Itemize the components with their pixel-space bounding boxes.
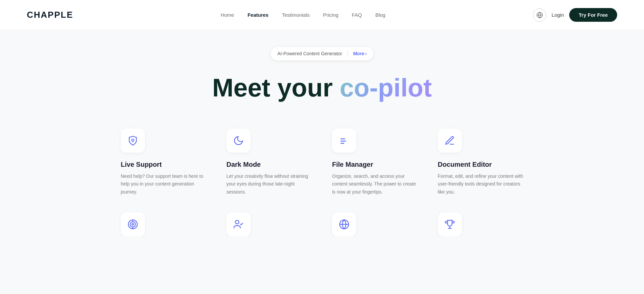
feature-icon-wrap-dark (226, 129, 251, 153)
badge-row: AI-Powered Content Generator More › (114, 47, 530, 60)
nav-testimonials[interactable]: Testimonials (282, 12, 310, 18)
badge-more-link[interactable]: More › (353, 51, 367, 56)
nav-pricing[interactable]: Pricing (323, 12, 338, 18)
feature-desc-file: Organize, search, and access your conten… (332, 172, 418, 196)
navbar: CHAPPLE Home Features Testimonials Prici… (0, 0, 644, 30)
svg-point-7 (128, 220, 138, 229)
target-icon (127, 219, 138, 230)
feature-dark-mode: Dark Mode Let your creativity flow witho… (226, 129, 312, 196)
feature-icon-wrap-doc (438, 129, 462, 153)
feature-title-dark: Dark Mode (226, 161, 312, 168)
feature-title-doc: Document Editor (438, 161, 523, 168)
nav-links: Home Features Testimonials Pricing FAQ B… (221, 12, 385, 18)
user-check-icon (233, 219, 244, 230)
bottom-icons-row (114, 212, 530, 236)
feature-desc-support: Need help? Our support team is here to h… (121, 172, 206, 196)
feature-icon-wrap-usercheck (226, 212, 251, 236)
feature-title-file: File Manager (332, 161, 418, 168)
feature-desc-dark: Let your creativity flow without straini… (226, 172, 312, 196)
hero-section: Meet your co-pilot (114, 74, 530, 102)
svg-point-9 (132, 223, 133, 225)
language-button[interactable] (533, 8, 546, 22)
login-button[interactable]: Login (552, 12, 564, 18)
trophy-icon (444, 219, 455, 230)
feature-icon-wrap-target (121, 212, 145, 236)
feature-file-manager: File Manager Organize, search, and acces… (332, 129, 418, 196)
feature-icon-wrap-trophy (438, 212, 462, 236)
globe2-icon (339, 219, 350, 230)
moon-icon (233, 135, 244, 146)
svg-point-12 (235, 220, 239, 224)
feature-icon-wrap-support (121, 129, 145, 153)
feature-icon-wrap-file (332, 129, 356, 153)
nav-blog[interactable]: Blog (375, 12, 385, 18)
svg-point-1 (132, 139, 134, 141)
svg-point-8 (130, 222, 136, 227)
file-lines-icon (339, 135, 350, 146)
main-content: AI-Powered Content Generator More › Meet… (87, 47, 557, 236)
edit-icon (444, 135, 455, 146)
hero-title: Meet your co-pilot (114, 74, 530, 102)
more-arrow-icon: › (365, 51, 367, 56)
nav-actions: Login Try For Free (533, 8, 617, 22)
globe-icon (536, 12, 543, 18)
hero-title-plain: Meet your (212, 73, 340, 102)
nav-home[interactable]: Home (221, 12, 234, 18)
shield-icon (127, 135, 138, 146)
feature-icon-wrap-globe (332, 212, 356, 236)
feature-title-support: Live Support (121, 161, 206, 168)
badge-text: AI-Powered Content Generator (277, 51, 342, 56)
nav-features[interactable]: Features (248, 12, 269, 18)
try-free-button[interactable]: Try For Free (569, 8, 617, 22)
feature-doc-editor: Document Editor Format, edit, and refine… (438, 129, 523, 196)
hero-title-accent: co-pilot (340, 73, 432, 102)
nav-faq[interactable]: FAQ (352, 12, 362, 18)
badge: AI-Powered Content Generator More › (271, 47, 373, 60)
features-grid: Live Support Need help? Our support team… (114, 129, 530, 196)
feature-desc-doc: Format, edit, and refine your content wi… (438, 172, 523, 196)
feature-live-support: Live Support Need help? Our support team… (121, 129, 206, 196)
badge-divider (347, 50, 348, 57)
brand-logo[interactable]: CHAPPLE (27, 10, 73, 20)
